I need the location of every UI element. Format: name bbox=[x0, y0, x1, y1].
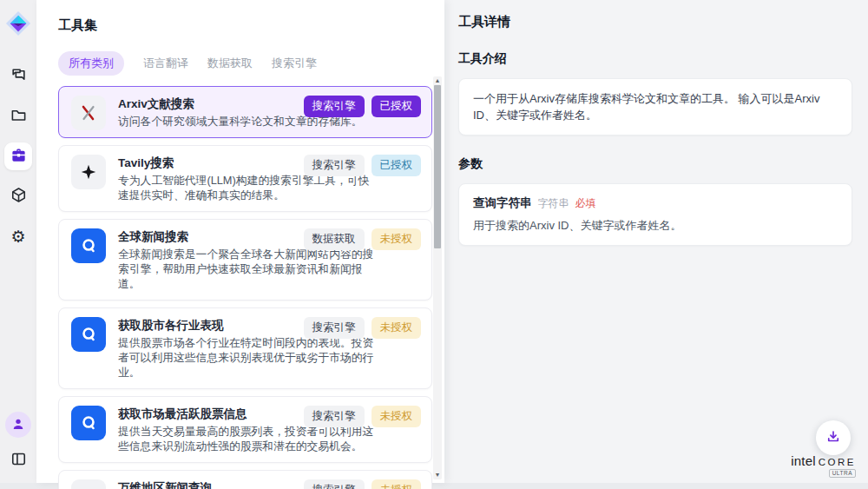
folder-icon bbox=[10, 107, 27, 126]
param-card: 查询字符串 字符串 必填 用于搜索的Arxiv ID、关键字或作者姓名。 bbox=[458, 183, 852, 246]
app-root: ⚙ bbox=[0, 0, 868, 483]
tool-desc: 提供股票市场各个行业在特定时间段内的表现。投资者可以利用这些信息来识别表现优于或… bbox=[118, 335, 380, 380]
tool-card-region-news[interactable]: 万维地区新闻查询 查询具体行政区划内的新闻，快速了解各地新闻动 搜索引擎 未授权 bbox=[58, 470, 432, 489]
params-section-title: 参数 bbox=[458, 156, 852, 172]
app-logo-icon[interactable] bbox=[5, 10, 31, 36]
tool-badges: 搜索引擎 未授权 bbox=[304, 406, 422, 427]
sidebar-nav: ⚙ bbox=[4, 63, 32, 250]
chat-icon bbox=[10, 67, 27, 86]
toolbox-icon bbox=[10, 147, 27, 166]
tool-details-panel: 工具详情 工具介绍 一个用于从Arxiv存储库搜索科学论文和文章的工具。 输入可… bbox=[444, 0, 868, 483]
intel-core-wordmark: intel core bbox=[791, 453, 856, 468]
download-icon bbox=[825, 429, 841, 447]
tool-card-global-news[interactable]: 全球新闻搜索 全球新闻搜索是一个聚合全球各大新闻网站内容的搜索引擎，帮助用户快速… bbox=[58, 219, 432, 301]
status-badge: 未授权 bbox=[372, 228, 422, 250]
arxiv-icon bbox=[71, 96, 106, 130]
category-badge: 搜索引擎 bbox=[304, 406, 365, 427]
status-badge: 未授权 bbox=[372, 406, 422, 427]
intel-core-logo: intel core Ultra bbox=[791, 453, 856, 478]
category-badge: 搜索引擎 bbox=[304, 479, 365, 489]
tool-badges: 搜索引擎 已授权 bbox=[304, 155, 422, 176]
download-button[interactable] bbox=[816, 420, 851, 455]
tool-card-tavily[interactable]: Tavily搜索 专为人工智能代理(LLM)构建的搜索引擎工具，可快速提供实时、… bbox=[58, 145, 432, 212]
tab-translation[interactable]: 语言翻译 bbox=[143, 51, 188, 76]
tool-card-sector-performance[interactable]: 获取股市各行业表现 提供股票市场各个行业在特定时间段内的表现。投资者可以利用这些… bbox=[58, 307, 432, 389]
tavily-star-icon bbox=[71, 155, 106, 189]
category-tabs: 所有类别 语言翻译 数据获取 搜索引擎 bbox=[58, 51, 424, 76]
sidebar-toggle-button[interactable] bbox=[4, 446, 32, 474]
tool-badges: 搜索引擎 未授权 bbox=[304, 317, 422, 339]
juhe-q-icon bbox=[71, 317, 106, 352]
param-desc: 用于搜索的Arxiv ID、关键字或作者姓名。 bbox=[473, 218, 838, 234]
param-required-badge: 必填 bbox=[575, 196, 596, 211]
gear-icon: ⚙ bbox=[10, 228, 25, 245]
status-badge: 未授权 bbox=[372, 479, 422, 489]
tool-card-arxiv[interactable]: Arxiv文献搜索 访问各个研究领域大量科学论文和文章的存储库。 搜索引擎 已授… bbox=[58, 86, 432, 138]
tool-badges: 数据获取 未授权 bbox=[304, 228, 422, 250]
tool-list-scrollbar[interactable]: ▲ ▼ bbox=[433, 76, 442, 479]
tool-badges: 搜索引擎 已授权 bbox=[304, 96, 422, 117]
sidebar: ⚙ bbox=[0, 0, 36, 483]
sidebar-item-settings[interactable]: ⚙ bbox=[4, 222, 32, 250]
user-icon bbox=[11, 417, 25, 433]
tab-data-fetch[interactable]: 数据获取 bbox=[207, 51, 253, 76]
intel-word: intel bbox=[791, 453, 816, 468]
sidebar-item-chat[interactable] bbox=[4, 63, 32, 90]
intro-card: 一个用于从Arxiv存储库搜索科学论文和文章的工具。 输入可以是Arxiv ID… bbox=[458, 78, 852, 135]
juhe-q-icon bbox=[71, 406, 106, 440]
param-name: 查询字符串 bbox=[473, 195, 532, 211]
scrollbar-up-icon[interactable]: ▲ bbox=[433, 76, 442, 85]
ultra-badge: Ultra bbox=[829, 469, 856, 478]
panel-toggle-icon bbox=[10, 451, 27, 470]
status-badge: 已授权 bbox=[372, 96, 422, 117]
newspaper-icon bbox=[71, 479, 106, 489]
scrollbar-thumb[interactable] bbox=[434, 85, 441, 248]
tool-desc: 全球新闻搜索是一个聚合全球各大新闻网站内容的搜索引擎，帮助用户快速获取全球最新资… bbox=[118, 247, 380, 291]
scrollbar-down-icon[interactable]: ▼ bbox=[433, 471, 442, 479]
category-badge: 数据获取 bbox=[304, 228, 365, 250]
details-title: 工具详情 bbox=[458, 14, 852, 30]
category-badge: 搜索引擎 bbox=[304, 96, 365, 117]
tab-all-categories[interactable]: 所有类别 bbox=[58, 51, 124, 76]
toolset-title: 工具集 bbox=[58, 17, 424, 34]
sidebar-item-models[interactable] bbox=[4, 182, 32, 210]
sidebar-bottom bbox=[4, 412, 32, 474]
tool-card-active-stocks[interactable]: 获取市场最活跃股票信息 提供当天交易量最高的股票列表，投资者可以利用这些信息来识… bbox=[58, 396, 432, 463]
status-badge: 未授权 bbox=[372, 317, 422, 339]
tool-badges: 搜索引擎 未授权 bbox=[304, 479, 422, 489]
category-badge: 搜索引擎 bbox=[304, 155, 365, 176]
core-word: core bbox=[819, 457, 856, 467]
tool-list: Arxiv文献搜索 访问各个研究领域大量科学论文和文章的存储库。 搜索引擎 已授… bbox=[58, 86, 432, 489]
intro-section-title: 工具介绍 bbox=[458, 51, 852, 67]
sidebar-item-folder[interactable] bbox=[4, 102, 32, 130]
juhe-q-icon bbox=[71, 228, 106, 263]
param-type: 字符串 bbox=[538, 196, 569, 211]
sidebar-item-toolbox[interactable] bbox=[4, 142, 32, 170]
intro-text: 一个用于从Arxiv存储库搜索科学论文和文章的工具。 输入可以是Arxiv ID… bbox=[473, 90, 838, 123]
toolset-panel: 工具集 所有类别 语言翻译 数据获取 搜索引擎 Arxiv文献搜索 访问各个研究… bbox=[36, 0, 444, 483]
param-header: 查询字符串 字符串 必填 bbox=[473, 195, 838, 211]
tool-desc: 专为人工智能代理(LLM)构建的搜索引擎工具，可快速提供实时、准确和真实的结果。 bbox=[118, 173, 380, 202]
tool-desc: 提供当天交易量最高的股票列表，投资者可以利用这些信息来识别流动性强的股票和潜在的… bbox=[118, 424, 380, 453]
tab-search-engine[interactable]: 搜索引擎 bbox=[272, 51, 317, 76]
user-avatar-button[interactable] bbox=[5, 412, 31, 438]
category-badge: 搜索引擎 bbox=[304, 317, 365, 339]
status-badge: 已授权 bbox=[372, 155, 422, 176]
cube-icon bbox=[10, 187, 27, 206]
